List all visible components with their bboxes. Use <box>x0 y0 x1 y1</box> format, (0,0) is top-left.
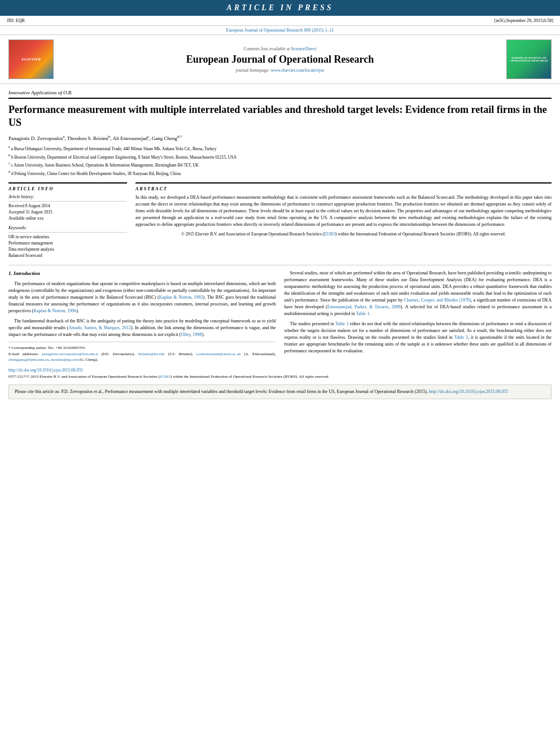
info-abstract-section: ARTICLE INFO Article history: Received 8… <box>8 182 552 259</box>
copyright-text: © 2015 Elsevier B.V. and Association of … <box>181 231 505 237</box>
email-zervopoulos[interactable]: panagiotis.zervopoulos@bou.edu.tr <box>42 352 98 356</box>
elsevier-logo-text: ELSEVIER <box>21 57 41 62</box>
history-label: Article history: <box>8 194 127 202</box>
sciencedirect-link[interactable]: ScienceDirect <box>291 46 317 51</box>
email-brisimi[interactable]: tbrisimi@bu.edu <box>138 352 165 356</box>
table1-link-2[interactable]: Table 1 <box>335 321 349 326</box>
body-para-1: The performance of modern organizations … <box>8 281 276 314</box>
otley-link[interactable]: Otley, 1998 <box>181 332 202 337</box>
article-title: Performance measurement with multiple in… <box>8 103 552 130</box>
kaplan-norton-1996-link[interactable]: Kaplan & Norton, 1996 <box>33 308 76 313</box>
available-online: Available online xxx <box>8 216 127 221</box>
contents-line: Contents lists available at ScienceDirec… <box>59 46 501 51</box>
email-cheng-1[interactable]: chenggang@bjmu.edu.cn <box>8 357 49 362</box>
emrouznejad-link[interactable]: Emrouznejad, Parker, & Tavares, 2008 <box>327 304 401 309</box>
body-para-2: The fundamental drawback of the BSC is t… <box>8 318 276 338</box>
doi-bar: http://dx.doi.org/10.1016/j.ejor.2015.08… <box>8 368 552 373</box>
journal-header: ELSEVIER Contents lists available at Sci… <box>0 35 560 84</box>
article-category: Innovative Applications of O.R. <box>8 90 552 99</box>
email-cheng-2[interactable]: maxdea@qq.com <box>51 357 78 362</box>
abstract-column: ABSTRACT In this study, we developed a D… <box>135 182 552 259</box>
email-label: E-mail addresses: <box>8 352 39 356</box>
accepted-date: Accepted 31 August 2015 <box>8 209 127 215</box>
citation-box: Please cite this article as: P.D. Zervop… <box>8 385 552 399</box>
rights-line: 0377-2217/© 2015 Elsevier B.V. and Assoc… <box>8 374 552 380</box>
journal-title: European Journal of Operational Research <box>59 54 501 65</box>
ejor-logo-text: EUROPEAN JOURNAL OF OPERATIONAL RESEARCH <box>507 56 551 62</box>
amado-link[interactable]: Amado, Santos, & Marques, 2012 <box>68 325 131 330</box>
table1-link-3[interactable]: Table 1 <box>454 335 468 340</box>
affiliations: a a Bursa Orhangazi University, Departme… <box>8 145 552 177</box>
header-bar: JID: EQR [m5G;September 29, 2015;6:58] <box>0 16 560 26</box>
banner-text: ARTICLE IN PRESS <box>226 3 333 12</box>
article-info-column: ARTICLE INFO Article history: Received 8… <box>8 182 127 259</box>
table1-link-1[interactable]: Table 1 <box>356 311 370 316</box>
issn-rights-text: 0377-2217/© 2015 Elsevier B.V. and Assoc… <box>8 374 329 379</box>
corresponding-author-note: * Corresponding author. Tel.: +86 101828… <box>8 345 276 351</box>
body-left-column: 1. Introduction The performance of moder… <box>8 270 276 363</box>
abstract-text: In this study, we developed a DEA-based … <box>135 194 552 228</box>
affiliation-d: d d Peking University, China Center for … <box>8 169 552 177</box>
euro-link-2[interactable]: EURO <box>160 374 170 379</box>
body-section: 1. Introduction The performance of moder… <box>8 270 552 363</box>
keyword-3: Data envelopment analysis <box>8 247 127 252</box>
citation-text: Please cite this article as: P.D. Zervop… <box>15 389 508 394</box>
article-info-title: ARTICLE INFO <box>8 186 127 191</box>
section-divider <box>8 265 552 265</box>
keyword-4: Balanced Scorecard <box>8 253 127 258</box>
contents-text: Contents lists available at <box>244 46 290 51</box>
journal-volume-link[interactable]: European Journal of Operational Research… <box>226 28 334 33</box>
keyword-1: OR in service industries <box>8 234 127 239</box>
kaplan-norton-1992-link[interactable]: Kaplan & Norton, 1992 <box>159 295 203 300</box>
article-container: Innovative Applications of O.R. Performa… <box>0 84 560 405</box>
keyword-2: Performance management <box>8 241 127 246</box>
affiliation-c: c c Aston University, Aston Business Sch… <box>8 161 552 168</box>
journal-center-info: Contents lists available at ScienceDirec… <box>54 46 506 73</box>
doi-link[interactable]: http://dx.doi.org/10.1016/j.ejor.2015.08… <box>8 368 83 373</box>
copyright-line: © 2015 Elsevier B.V. and Association of … <box>135 231 552 237</box>
affiliation-b: b b Boston University, Department of Ele… <box>8 153 552 160</box>
article-in-press-banner: ARTICLE IN PRESS <box>0 0 560 16</box>
ejor-logo: EUROPEAN JOURNAL OF OPERATIONAL RESEARCH <box>506 40 552 79</box>
meta-label: [m5G;September 29, 2015;6:58] <box>495 18 553 23</box>
article-info-box: ARTICLE INFO Article history: Received 8… <box>8 182 127 258</box>
abstract-title: ABSTRACT <box>135 186 552 191</box>
journal-homepage-link[interactable]: www.elsevier.com/locate/ejor <box>270 68 324 73</box>
body-para-3: Several studies, most of which are perfo… <box>285 270 552 317</box>
euro-link[interactable]: EURO <box>324 231 335 237</box>
authors-text: Panagiotis D. Zervopoulosa, Theodora S. … <box>8 136 182 141</box>
journal-link-bar: European Journal of Operational Research… <box>0 26 560 35</box>
email-note: E-mail addresses: panagiotis.zervopoulos… <box>8 351 276 363</box>
elsevier-logo: ELSEVIER <box>8 40 54 79</box>
body-para-4: The studies presented in Table 1 either … <box>285 321 552 355</box>
citation-doi-link[interactable]: http://dx.doi.org/10.1016/j.ejor.2015.08… <box>429 389 509 394</box>
email-emrouznejad[interactable]: a.emrouznejad@aston.ac.uk <box>196 352 241 356</box>
section-1-title: 1. Introduction <box>8 270 276 278</box>
body-right-column: Several studies, most of which are perfo… <box>285 270 552 363</box>
homepage-text: journal homepage: <box>236 68 270 73</box>
authors-line: Panagiotis D. Zervopoulosa, Theodora S. … <box>8 134 552 141</box>
keywords-label: Keywords: <box>8 225 127 233</box>
footnotes: * Corresponding author. Tel.: +86 101828… <box>8 342 276 363</box>
affiliation-a: a a Bursa Orhangazi University, Departme… <box>8 145 552 152</box>
received-date: Received 8 August 2014 <box>8 203 127 208</box>
homepage-line: journal homepage: www.elsevier.com/locat… <box>59 68 501 73</box>
charnes-link[interactable]: Charnes, Cooper, and Rhodes (1978) <box>404 298 471 303</box>
keywords-section: Keywords: OR in service industries Perfo… <box>8 225 127 258</box>
jid-label: JID: EQR <box>7 18 25 23</box>
abstract-box: ABSTRACT In this study, we developed a D… <box>135 182 552 237</box>
